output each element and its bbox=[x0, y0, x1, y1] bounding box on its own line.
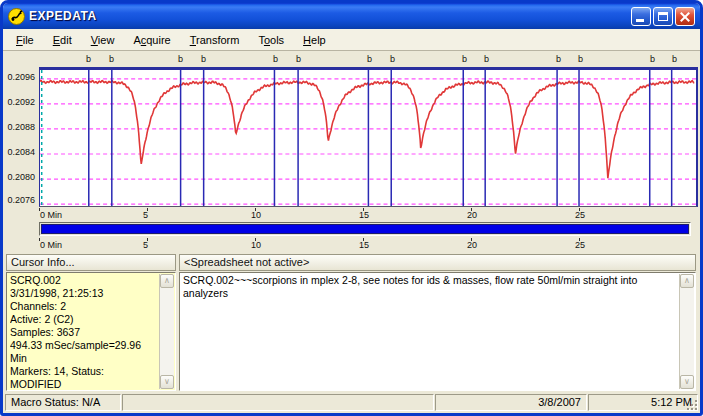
x-tick-label: 0 Min bbox=[40, 210, 62, 220]
marker-labels-row: bbbbbbbbbbbbbb bbox=[39, 54, 698, 66]
maximize-icon bbox=[658, 12, 668, 21]
scroll-up-icon[interactable]: ∧ bbox=[680, 274, 694, 288]
spreadsheet-panel: <Spreadsheet not active> SCRQ.002~~~scor… bbox=[179, 254, 696, 391]
marker-b-label: b bbox=[556, 54, 561, 64]
signal-plot[interactable] bbox=[39, 67, 698, 207]
resize-grip[interactable] bbox=[685, 398, 698, 411]
signal-trace bbox=[40, 70, 696, 206]
x-tick-label: 5 bbox=[143, 240, 148, 250]
marker-b-label: b bbox=[390, 54, 395, 64]
menu-item-edit[interactable]: Edit bbox=[46, 32, 79, 48]
lower-panels: Cursor Info... SCRQ.002 3/31/1998, 21:25… bbox=[3, 254, 700, 391]
y-tick-label: 0.2084 bbox=[7, 147, 35, 157]
x-axis-top: 0 Min510152025 bbox=[39, 208, 698, 221]
maximize-button[interactable] bbox=[653, 7, 673, 26]
x-axis-overview: 0 Min510152025 bbox=[39, 238, 698, 251]
x-tick-label: 15 bbox=[359, 240, 369, 250]
x-tick-label: 25 bbox=[575, 210, 585, 220]
app-window: EXPEDATA FileEditViewAcquireTransformToo… bbox=[0, 0, 703, 416]
cursor-info-body: SCRQ.002 3/31/1998, 21:25:13 Channels: 2… bbox=[6, 272, 176, 391]
x-tick-label: 5 bbox=[143, 210, 148, 220]
cursor-info-text: SCRQ.002 3/31/1998, 21:25:13 Channels: 2… bbox=[10, 274, 158, 389]
menu-item-tools[interactable]: Tools bbox=[251, 32, 291, 48]
marker-b-label: b bbox=[462, 54, 467, 64]
marker-b-label: b bbox=[178, 54, 183, 64]
close-button[interactable] bbox=[675, 7, 695, 26]
marker-b-label: b bbox=[484, 54, 489, 64]
cursor-info-panel: Cursor Info... SCRQ.002 3/31/1998, 21:25… bbox=[6, 254, 176, 391]
cursor-info-scrollbar[interactable]: ∧ ∨ bbox=[159, 274, 174, 389]
x-tick-label: 25 bbox=[575, 240, 585, 250]
x-tick-label: 20 bbox=[467, 210, 477, 220]
menu-item-view[interactable]: View bbox=[84, 32, 122, 48]
marker-b-label: b bbox=[273, 54, 278, 64]
y-tick-label: 0.2080 bbox=[7, 172, 35, 182]
window-title: EXPEDATA bbox=[29, 9, 629, 23]
x-tick-label: 10 bbox=[251, 240, 261, 250]
menu-item-acquire[interactable]: Acquire bbox=[126, 32, 177, 48]
chart-area: bbbbbbbbbbbbbb 0.20960.20920.20880.20840… bbox=[3, 52, 700, 254]
x-tick-label: 20 bbox=[467, 240, 477, 250]
scroll-down-icon[interactable]: ∨ bbox=[160, 375, 174, 389]
marker-b-label: b bbox=[578, 54, 583, 64]
minimize-button[interactable] bbox=[631, 7, 651, 26]
marker-b-label: b bbox=[367, 54, 372, 64]
y-axis-labels: 0.20960.20920.20880.20840.20800.2076 bbox=[3, 67, 37, 207]
spreadsheet-note[interactable]: SCRQ.002~~~scorpions in mplex 2-8, see n… bbox=[183, 274, 678, 389]
status-date: 3/8/2007 bbox=[435, 394, 587, 411]
y-tick-label: 0.2088 bbox=[7, 122, 35, 132]
x-tick-label: 15 bbox=[359, 210, 369, 220]
minimize-icon bbox=[636, 19, 644, 22]
x-tick-label: 10 bbox=[251, 210, 261, 220]
menu-item-file[interactable]: File bbox=[9, 32, 41, 48]
title-bar[interactable]: EXPEDATA bbox=[3, 3, 700, 29]
y-tick-label: 0.2096 bbox=[7, 72, 35, 82]
marker-b-label: b bbox=[672, 54, 677, 64]
menu-item-help[interactable]: Help bbox=[296, 32, 333, 48]
marker-b-label: b bbox=[86, 54, 91, 64]
overview-scrollbar[interactable] bbox=[39, 222, 691, 236]
app-icon bbox=[8, 8, 25, 25]
marker-b-label: b bbox=[109, 54, 114, 64]
x-tick-label: 0 Min bbox=[40, 240, 62, 250]
status-time: 5:12 PM bbox=[588, 394, 698, 411]
overview-range-bar[interactable] bbox=[41, 224, 689, 234]
y-tick-label: 0.2076 bbox=[7, 195, 35, 205]
marker-b-label: b bbox=[201, 54, 206, 64]
spreadsheet-header[interactable]: <Spreadsheet not active> bbox=[179, 254, 696, 271]
spreadsheet-body[interactable]: SCRQ.002~~~scorpions in mplex 2-8, see n… bbox=[179, 272, 696, 391]
macro-status: Macro Status: N/A bbox=[5, 394, 121, 411]
scroll-up-icon[interactable]: ∧ bbox=[160, 274, 174, 288]
menu-item-transform[interactable]: Transform bbox=[183, 32, 247, 48]
marker-b-label: b bbox=[296, 54, 301, 64]
menu-bar: FileEditViewAcquireTransformToolsHelp bbox=[3, 29, 700, 51]
marker-b-label: b bbox=[650, 54, 655, 64]
scroll-down-icon[interactable]: ∨ bbox=[680, 375, 694, 389]
y-tick-label: 0.2092 bbox=[7, 97, 35, 107]
status-bar: Macro Status: N/A 3/8/2007 5:12 PM bbox=[3, 392, 700, 413]
cursor-info-header[interactable]: Cursor Info... bbox=[6, 254, 176, 271]
status-spacer bbox=[122, 394, 434, 411]
spreadsheet-scrollbar[interactable]: ∧ ∨ bbox=[679, 274, 694, 389]
